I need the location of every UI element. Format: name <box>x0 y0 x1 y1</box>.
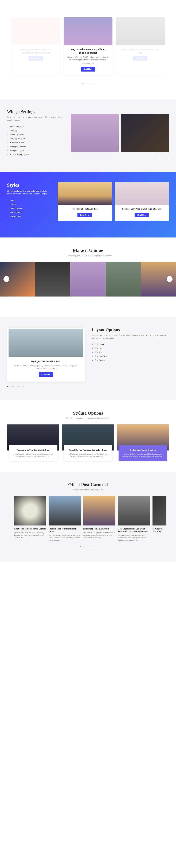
offset-section: Offset Post Carousel Using stage padding… <box>0 472 176 562</box>
card-image <box>83 496 116 526</box>
card-excerpt: By Susan Wagner, Chief Development Archi… <box>118 534 150 541</box>
carousel-dots[interactable] <box>7 157 169 161</box>
unique-subtitle: All the settings you need to make unique… <box>0 254 176 256</box>
card-excerpt: A portion of the sales will go to Exist … <box>14 532 46 539</box>
list-item: Post Title <box>92 350 169 354</box>
card-image <box>8 329 83 357</box>
carousel-image[interactable] <box>35 262 70 297</box>
list-item: Under Overlap <box>7 207 52 210</box>
read-more-button[interactable]: Read More <box>81 67 95 71</box>
list-item: Overlay <box>7 203 52 207</box>
layout-list: Post Image Post Date Post Title Post Int… <box>92 342 169 362</box>
card-excerpt: Bald Mountain is the economic driver for… <box>66 453 110 458</box>
card-title: Redefining Female Ambition <box>83 528 116 530</box>
hero-title: Why Mother Nature Doesn't Love You <box>116 45 165 56</box>
styles-title: Styles <box>7 182 52 188</box>
styling-card-2[interactable]: Forest Service Removes Sun Valley Trees … <box>62 425 114 461</box>
card-title: 21 Ways to Stay Sane <box>152 528 167 533</box>
hero-date: 28 August 2021 <box>64 63 112 65</box>
styling-section: Styling Options Modify the colors to mat… <box>0 400 176 472</box>
widget-subtitle: Customize your post carousel widget to y… <box>7 116 64 122</box>
carousel-dots[interactable] <box>7 224 169 227</box>
styles-list: Under Overlay Under Overlap Partial Over… <box>7 198 52 218</box>
styling-card-1[interactable]: Vacation with Your Significant Other Ava… <box>7 425 59 461</box>
card-title: How Organizations Can Build Trust Into T… <box>118 528 150 533</box>
styling-subtitle: Modify the colors to match your site's l… <box>7 417 169 419</box>
carousel-dots[interactable] <box>0 297 176 307</box>
card-title: Redefining Female Ambition <box>58 205 112 213</box>
list-item: Tons of Styling Options <box>7 153 64 157</box>
card-image <box>118 496 150 526</box>
offset-card-1[interactable]: What To Shop From Tanya Compas A portion… <box>14 496 46 541</box>
styling-card-3[interactable]: Redefining Female Ambition With a missio… <box>117 425 169 461</box>
read-more-button[interactable]: Read More <box>77 213 92 217</box>
carousel-image[interactable] <box>70 262 105 297</box>
card-excerpt: Ava and Deacon Phillippe recently enjoye… <box>49 534 81 541</box>
layout-title: Layout Options <box>92 328 169 332</box>
hero-excerpt: Google's affordable Pixel 5a is here, bu… <box>64 56 112 63</box>
card-image <box>49 496 81 526</box>
style-card-2[interactable]: Designer Sami Miro Is Challenging Fashio… <box>115 182 169 221</box>
list-item: Autoplay <box>7 129 64 133</box>
read-more-button[interactable]: Read More <box>29 56 43 61</box>
list-item: Transition Speed <box>7 141 64 145</box>
list-item: Under <box>7 198 52 203</box>
card-title: Forest Service Removes Sun Valley Trees <box>66 449 110 452</box>
list-item: Side By Side <box>7 214 52 218</box>
hero-image-phone <box>64 18 112 45</box>
widget-carousel[interactable] <box>71 114 169 152</box>
list-item: Pause On Hover <box>7 133 64 136</box>
card-excerpt: Ava and Deacon Phillippe recently enjoye… <box>11 453 55 458</box>
carousel-dots[interactable] <box>7 79 169 89</box>
card-title: Big Light On Ocean Nutrients <box>12 360 80 363</box>
read-more-button[interactable]: Read More <box>133 56 147 61</box>
next-arrow[interactable]: → <box>167 276 173 282</box>
card-title: What To Shop From Tanya Compas <box>14 528 46 530</box>
hero-title: Buy or wait? Here's a guide to phone upg… <box>64 45 112 56</box>
read-more-button[interactable]: Read More <box>134 213 149 217</box>
card-title: Redefining Female Ambition <box>121 449 165 452</box>
list-item: Post Intro Text <box>92 354 169 358</box>
carousel-dots[interactable] <box>7 541 169 552</box>
styles-section: Styles Choose the layout that best suits… <box>0 172 176 238</box>
carousel-image[interactable] <box>106 262 141 297</box>
card-image <box>115 182 169 205</box>
card-title: Vacation with Your Significant Other <box>49 528 81 533</box>
offset-title: Offset Post Carousel <box>7 482 169 487</box>
card-excerpt: With a mission to expand to an additiona… <box>83 532 116 539</box>
card-image <box>152 496 167 526</box>
layout-preview-card[interactable]: Big Light On Ocean Nutrients As the worl… <box>7 328 85 382</box>
card-excerpt: As the world warms, sweeping changes in … <box>12 364 80 370</box>
list-item: Navigation Type <box>7 149 64 153</box>
offset-card-2[interactable]: Vacation with Your Significant Other Ava… <box>49 496 81 541</box>
style-card-1[interactable]: Redefining Female Ambition Read More <box>58 182 112 221</box>
widget-feature-list: Number Of Items Autoplay Pause On Hover … <box>7 125 64 157</box>
layout-subtitle: You can turn on or off any part of the p… <box>92 334 169 340</box>
card-image <box>58 182 112 205</box>
hero-card-2[interactable]: Buy or wait? Here's a guide to phone upg… <box>64 18 112 75</box>
hero-image-nature <box>116 18 165 45</box>
list-item: Post Query Builder <box>7 145 64 149</box>
hero-card-3[interactable]: Why Mother Nature Doesn't Love You Read … <box>116 18 165 75</box>
prev-arrow[interactable]: ← <box>3 276 9 282</box>
list-item: Post Date <box>92 346 169 350</box>
hero-title: Free Krispy Kreme alert that doughnut wi… <box>11 45 60 56</box>
list-item: Number Of Items <box>7 125 64 129</box>
hero-image-donut <box>11 18 60 45</box>
unique-section: Make it Unique All the settings you need… <box>0 238 176 317</box>
card-title: Vacation with Your Significant Other <box>11 449 55 452</box>
offset-card-4[interactable]: How Organizations Can Build Trust Into T… <box>118 496 150 541</box>
offset-subtitle: Using stage padding and loop is off <box>7 489 169 491</box>
carousel-image <box>121 114 169 152</box>
list-item: Post Image <box>92 342 169 346</box>
offset-card-5[interactable]: 21 Ways to Stay Sane <box>152 496 167 541</box>
read-more-button[interactable]: Read More <box>39 372 53 377</box>
hero-card-1[interactable]: Free Krispy Kreme alert that doughnut wi… <box>11 18 60 75</box>
styling-title: Styling Options <box>7 410 169 416</box>
card-title: Designer Sami Miro Is Challenging Fashio… <box>115 205 169 213</box>
carousel-dots[interactable] <box>7 382 169 390</box>
offset-card-3[interactable]: Redefining Female Ambition With a missio… <box>83 496 116 541</box>
widget-settings-section: Widget Settings Customize your post caro… <box>0 99 176 172</box>
styles-subtitle: Choose the layout that best suits your n… <box>7 190 52 195</box>
widget-title: Widget Settings <box>7 110 64 114</box>
